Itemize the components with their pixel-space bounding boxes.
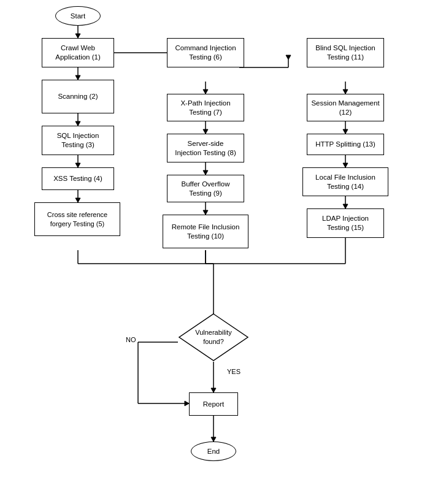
n9-node: Buffer Overflow Testing (9) [167,175,244,202]
flowchart: Start Crawl Web Application (1) Scanning… [0,0,427,504]
n15-node: LDAP Injection Testing (15) [307,208,384,238]
n4-node: XSS Testing (4) [42,167,114,190]
n10-node: Remote File Inclusion Testing (10) [163,215,248,248]
svg-marker-23 [203,210,208,215]
svg-marker-27 [343,129,348,134]
svg-marker-21 [203,170,208,175]
n11-node: Blind SQL Injection Testing (11) [307,38,384,67]
n2-node: Scanning (2) [42,80,114,113]
end-node: End [191,441,236,461]
n8-node: Server-side Injection Testing (8) [167,134,244,162]
n7-node: X-Path Injection Testing (7) [167,94,244,121]
svg-marker-15 [286,55,291,59]
svg-marker-3 [75,75,80,80]
n3-node: SQL Injection Testing (3) [42,126,114,155]
svg-marker-5 [75,121,80,126]
flowchart-lines [0,0,427,504]
svg-marker-46 [185,401,189,406]
n6-node: Command Injection Testing (6) [167,38,244,67]
n1-node: Crawl Web Application (1) [42,38,114,67]
n5-node: Cross site reference forgery Testing (5) [34,202,120,236]
vuln-diamond: Vulnerability found? [178,313,249,362]
no-label: NO [126,336,136,343]
svg-marker-19 [203,129,208,134]
n13-node: HTTP Splitting (13) [307,134,384,155]
svg-marker-9 [75,198,80,202]
yes-label: YES [227,368,240,375]
report-node: Report [189,392,238,416]
svg-marker-29 [343,163,348,167]
start-node: Start [55,6,101,26]
svg-marker-25 [343,90,348,94]
n14-node: Local File Inclusion Testing (14) [302,167,388,196]
svg-marker-1 [75,34,80,38]
svg-marker-7 [75,163,80,167]
svg-marker-42 [211,388,216,392]
svg-marker-31 [343,204,348,208]
svg-marker-48 [211,437,216,441]
n12-node: Session Management (12) [307,94,384,121]
svg-marker-17 [203,90,208,94]
